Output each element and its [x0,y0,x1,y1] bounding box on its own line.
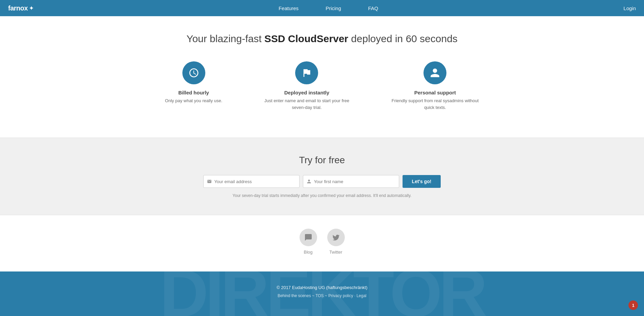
name-input-wrapper [303,175,399,188]
feature-personal-support: Personal support Friendly support from r… [391,61,479,111]
twitter-icon [332,233,340,241]
try-free-form: Let's go! [7,175,637,188]
footer-sep1: ~ [312,293,315,298]
footer-privacy[interactable]: Privacy policy [328,293,353,298]
footer-legal[interactable]: Legal [357,293,366,298]
social-icons-row: Blog Twitter [7,229,637,255]
feature-deployed-instantly: Deployed instantly Just enter name and e… [263,61,351,111]
deployed-instantly-icon-circle [295,61,318,84]
logo-text: farnox [8,4,28,12]
person-icon [430,67,440,78]
blog-label: Blog [304,250,312,255]
footer-tos[interactable]: TOS [315,293,324,298]
notification-badge: 1 [628,300,638,310]
name-field[interactable] [314,179,395,184]
nav-pricing[interactable]: Pricing [326,5,341,11]
flag-icon [301,67,312,78]
footer-links: Behind the scenes ~ TOS ~ Privacy policy… [7,293,637,298]
deployed-instantly-desc: Just enter name and email to start your … [263,97,351,111]
try-free-note: Your seven-day trial starts immediatly a… [7,193,637,198]
hero-section: Your blazing-fast SSD CloudServer deploy… [0,16,644,138]
clock-icon [188,67,199,78]
hero-title-bold: SSD CloudServer [264,33,348,44]
nav-features[interactable]: Features [279,5,299,11]
footer-copyright: © 2017 EudaHosting UG (haftungsbeschränk… [7,285,637,290]
deployed-instantly-title: Deployed instantly [284,90,329,95]
nav-login[interactable]: Login [623,5,636,11]
billed-hourly-desc: Only pay what you really use. [165,97,223,104]
footer-behind-scenes[interactable]: Behind the scenes [278,293,311,298]
features-row: Billed hourly Only pay what you really u… [7,58,637,124]
footer-sep3: · [354,293,357,298]
email-input-wrapper [203,175,300,188]
billed-hourly-title: Billed hourly [178,90,209,95]
person-input-icon [307,179,311,184]
email-field[interactable] [214,179,296,184]
email-icon [207,179,212,184]
logo[interactable]: farnox✦ [8,4,33,12]
hero-title-pre: Your blazing-fast [186,33,264,44]
personal-support-desc: Friendly support from real sysadmins wit… [391,97,479,111]
billed-hourly-icon-circle [182,61,205,84]
hero-title: Your blazing-fast SSD CloudServer deploy… [7,33,637,45]
lets-go-button[interactable]: Let's go! [403,175,441,188]
footer-sep2: ~ [325,293,328,298]
blog-link[interactable]: Blog [300,229,317,255]
try-free-section: Try for free Let's go! Your seven-day tr… [0,138,644,215]
logo-plus: ✦ [29,5,33,11]
hero-title-post: deployed in 60 seconds [348,33,458,44]
nav-links: Features Pricing FAQ [33,5,624,11]
personal-support-title: Personal support [414,90,456,95]
twitter-icon-circle [327,229,345,246]
social-section: Blog Twitter [0,215,644,271]
blog-icon-circle [300,229,317,246]
twitter-link[interactable]: Twitter [327,229,345,255]
feature-billed-hourly: Billed hourly Only pay what you really u… [165,61,223,111]
footer: DIREKTOR © 2017 EudaHosting UG (haftungs… [0,271,644,316]
twitter-label: Twitter [329,250,342,255]
chat-icon [304,233,312,241]
personal-support-icon-circle [423,61,446,84]
try-free-title: Try for free [7,155,637,166]
nav-faq[interactable]: FAQ [368,5,378,11]
navbar: farnox✦ Features Pricing FAQ Login [0,0,644,16]
